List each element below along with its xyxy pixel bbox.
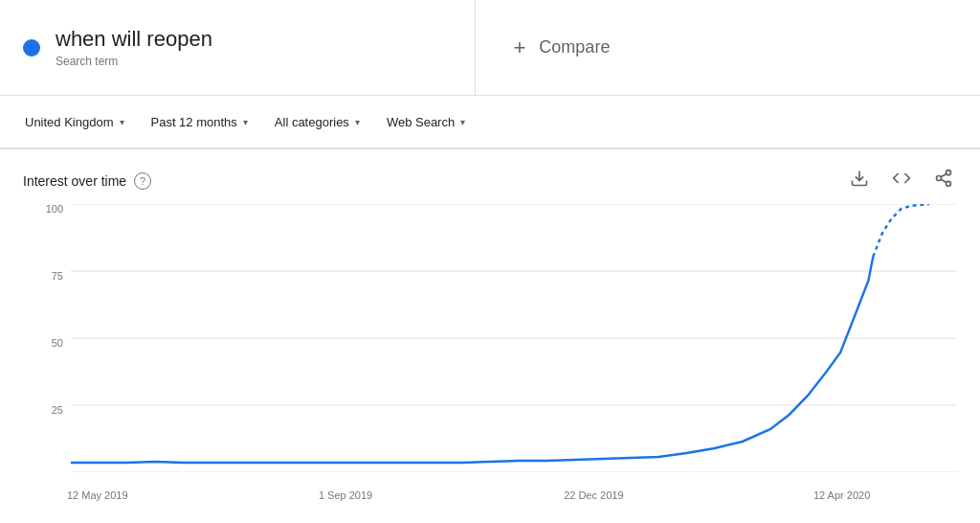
region-label: United Kingdom (25, 115, 114, 129)
svg-point-1 (947, 171, 951, 175)
categories-filter[interactable]: All categories ▾ (265, 109, 369, 135)
compare-label: Compare (539, 37, 610, 57)
chart-title-group: Interest over time ? (23, 172, 151, 190)
chart-area (71, 204, 957, 472)
y-label-50: 50 (52, 338, 63, 349)
search-term-title: when will reopen (56, 27, 212, 52)
x-label-sep: 1 Sep 2019 (319, 489, 372, 501)
y-label-100: 100 (46, 204, 63, 215)
x-axis: 12 May 2019 1 Sep 2019 22 Dec 2019 12 Ap… (71, 482, 957, 511)
time-range-label: Past 12 months (151, 115, 237, 129)
compare-plus-icon: + (514, 35, 526, 60)
download-icon[interactable] (846, 165, 873, 196)
search-term-panel: when will reopen Search term (0, 0, 476, 95)
x-label-dec: 22 Dec 2019 (564, 489, 623, 501)
time-range-filter[interactable]: Past 12 months ▾ (142, 109, 257, 135)
x-label-may: 12 May 2019 (67, 489, 128, 501)
categories-chevron-icon: ▾ (355, 117, 360, 127)
categories-label: All categories (275, 115, 349, 129)
search-term-text: when will reopen Search term (56, 27, 212, 67)
svg-point-2 (937, 176, 942, 181)
chart-title: Interest over time (23, 173, 126, 189)
search-type-chevron-icon: ▾ (460, 117, 465, 127)
chart-section: Interest over time ? (0, 149, 980, 511)
filters-bar: United Kingdom ▾ Past 12 months ▾ All ca… (0, 96, 980, 149)
y-axis: 100 75 50 25 (23, 204, 71, 472)
trend-line (71, 257, 873, 463)
chart-svg (71, 204, 957, 472)
search-term-label: Search term (56, 55, 118, 68)
search-term-dot (23, 39, 40, 57)
svg-line-5 (941, 173, 947, 176)
y-label-75: 75 (52, 271, 63, 282)
help-icon[interactable]: ? (134, 172, 151, 190)
embed-icon[interactable] (888, 165, 915, 196)
svg-point-3 (947, 181, 951, 186)
x-label-apr: 12 Apr 2020 (813, 489, 870, 501)
y-label-25: 25 (52, 405, 63, 416)
header-section: when will reopen Search term + Compare (0, 0, 980, 96)
time-range-chevron-icon: ▾ (243, 117, 248, 127)
chart-actions (846, 165, 957, 196)
search-type-filter[interactable]: Web Search ▾ (377, 109, 475, 135)
chart-header: Interest over time ? (23, 165, 957, 196)
svg-line-4 (941, 179, 947, 182)
region-filter[interactable]: United Kingdom ▾ (15, 109, 134, 135)
region-chevron-icon: ▾ (120, 117, 124, 127)
share-icon[interactable] (930, 165, 957, 196)
trend-line-dotted (873, 204, 928, 257)
help-icon-label: ? (140, 175, 145, 187)
search-type-label: Web Search (387, 115, 455, 129)
chart-container: 100 75 50 25 12 May 201 (23, 204, 957, 511)
compare-panel[interactable]: + Compare (476, 0, 981, 95)
